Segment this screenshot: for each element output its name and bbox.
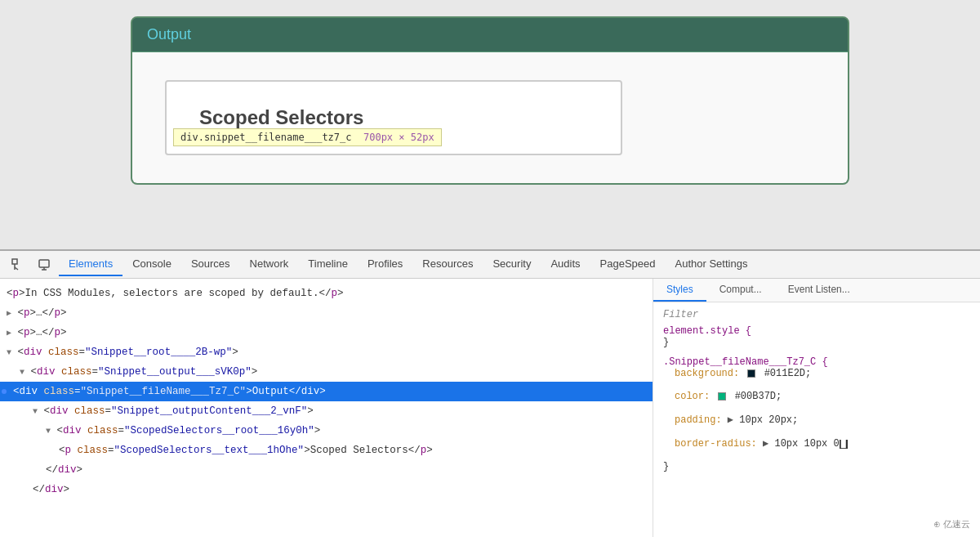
style-tab-event-listeners[interactable]: Event Listen... xyxy=(775,279,863,302)
style-tab-styles[interactable]: Styles xyxy=(653,279,706,302)
expand-arrow-2[interactable]: ▶ xyxy=(7,309,11,318)
dom-line-5[interactable]: ▼ <div class="Snippet__output___sVK0p"> xyxy=(0,362,653,382)
dom-line-8[interactable]: ▼ <div class="ScopedSelectors__root___16… xyxy=(0,421,653,441)
css-selector-snippet: .Snippet__fileName___Tz7_C { xyxy=(663,356,828,368)
output-header: Output xyxy=(132,18,848,52)
svg-rect-0 xyxy=(12,259,17,264)
dom-close-div2: </div> xyxy=(33,484,69,495)
svg-rect-3 xyxy=(39,260,49,267)
device-icon[interactable] xyxy=(33,253,56,276)
expand-arrow-3[interactable]: ▶ xyxy=(7,329,11,338)
dom-tag-p4: <p class="ScopedSelectors__text___1hOhe"… xyxy=(59,445,433,456)
style-tab-computed[interactable]: Comput... xyxy=(706,279,775,302)
dom-tag-p3: <p>…</p> xyxy=(18,327,67,338)
filter-label: Filter xyxy=(663,309,698,320)
css-prop-color: color: #00B37D; xyxy=(663,391,970,402)
dom-tag-div4: <div class="Snippet__outputContent___2_v… xyxy=(44,405,314,417)
css-selector-element: element.style { xyxy=(663,325,751,337)
dom-tag-div5: <div class="ScopedSelectors__root___16y0… xyxy=(57,425,321,436)
element-tooltip: div.snippet__filename___tz7_c 700px × 52… xyxy=(173,128,442,146)
expand-arrow-7[interactable]: ▼ xyxy=(33,407,38,416)
dom-line-2[interactable]: ▶ <p>…</p> xyxy=(0,303,653,323)
css-prop-background: background: #011E2D; xyxy=(663,368,970,379)
tab-security[interactable]: Security xyxy=(483,253,541,276)
tooltip-dims: 700px × 52px xyxy=(363,132,434,143)
devtools-body: <p>In CSS Modules, selectors are scoped … xyxy=(0,279,980,537)
dom-line-10[interactable]: </div> xyxy=(0,460,653,480)
tab-pagespeed[interactable]: PageSpeed xyxy=(590,253,666,276)
css-block-element-style: element.style { } xyxy=(663,325,970,348)
dom-tag-div1: <div class="Snippet__root____2B-wp"> xyxy=(18,347,238,358)
tab-sources[interactable]: Sources xyxy=(181,253,240,276)
tab-elements[interactable]: Elements xyxy=(59,253,122,276)
css-close-brace-1: } xyxy=(663,337,669,348)
filter-row: Filter xyxy=(663,309,970,320)
expand-arrow-4[interactable]: ▼ xyxy=(7,348,11,357)
dom-line-1[interactable]: <p>In CSS Modules, selectors are scoped … xyxy=(0,284,653,303)
scoped-title: Scoped Selectors xyxy=(199,106,363,128)
expand-arrow-5[interactable]: ▼ xyxy=(20,368,24,377)
styles-tabs: Styles Comput... Event Listen... xyxy=(653,279,980,302)
expand-arrow-8[interactable]: ▼ xyxy=(46,427,51,436)
devtools-tabs: Elements Console Sources Network Timelin… xyxy=(0,251,980,279)
output-box: Output div.snippet__filename___tz7_c 700… xyxy=(131,16,849,185)
blue-dot xyxy=(2,389,7,394)
css-prop-padding: padding: ▶ 10px 20px; xyxy=(663,414,970,426)
dom-close-div1: </div> xyxy=(46,464,82,476)
dom-line-3[interactable]: ▶ <p>…</p> xyxy=(0,323,653,342)
dom-line-4[interactable]: ▼ <div class="Snippet__root____2B-wp"> xyxy=(0,342,653,362)
dom-tag-div2: <div class="Snippet__output___sVK0p"> xyxy=(31,366,258,378)
dom-line-9[interactable]: <p class="ScopedSelectors__text___1hOhe"… xyxy=(0,441,653,460)
styles-panel: Styles Comput... Event Listen... Filter … xyxy=(653,279,980,537)
dom-tag-div3-highlighted: <div class="Snippet__fileName___Tz7_C">O… xyxy=(13,386,326,397)
tab-resources[interactable]: Resources xyxy=(412,253,483,276)
tab-console[interactable]: Console xyxy=(122,253,181,276)
dom-line-7[interactable]: ▼ <div class="Snippet__outputContent___2… xyxy=(0,401,653,421)
dom-tag-p1: <p>In CSS Modules, selectors are scoped … xyxy=(7,288,344,299)
tooltip-selector: div.snippet__filename___tz7_c xyxy=(180,132,352,143)
dom-line-6[interactable]: <div class="Snippet__fileName___Tz7_C">O… xyxy=(0,382,653,401)
tab-author-settings[interactable]: Author Settings xyxy=(666,253,758,276)
css-prop-border-radius: border-radius: ▶ 10px 10px 0█ xyxy=(663,437,970,450)
css-block-snippet-filename: .Snippet__fileName___Tz7_C { background:… xyxy=(663,356,970,472)
tab-audits[interactable]: Audits xyxy=(541,253,590,276)
css-close-brace-2: } xyxy=(663,461,669,472)
output-content: Scoped Selectors xyxy=(132,52,848,183)
styles-content: Filter element.style { } .Snippet__fileN… xyxy=(653,302,980,487)
devtools-panel: Elements Console Sources Network Timelin… xyxy=(0,249,980,537)
tab-network[interactable]: Network xyxy=(240,253,299,276)
output-title: Output xyxy=(147,26,191,43)
elements-panel[interactable]: <p>In CSS Modules, selectors are scoped … xyxy=(0,279,653,537)
watermark: ⊕ 亿速云 xyxy=(933,518,970,530)
tab-profiles[interactable]: Profiles xyxy=(358,253,412,276)
dom-line-11[interactable]: </div> xyxy=(0,480,653,499)
tab-timeline[interactable]: Timeline xyxy=(298,253,358,276)
preview-area: Output div.snippet__filename___tz7_c 700… xyxy=(0,0,980,249)
dom-tag-p2: <p>…</p> xyxy=(18,307,67,319)
inspect-icon[interactable] xyxy=(7,253,29,276)
